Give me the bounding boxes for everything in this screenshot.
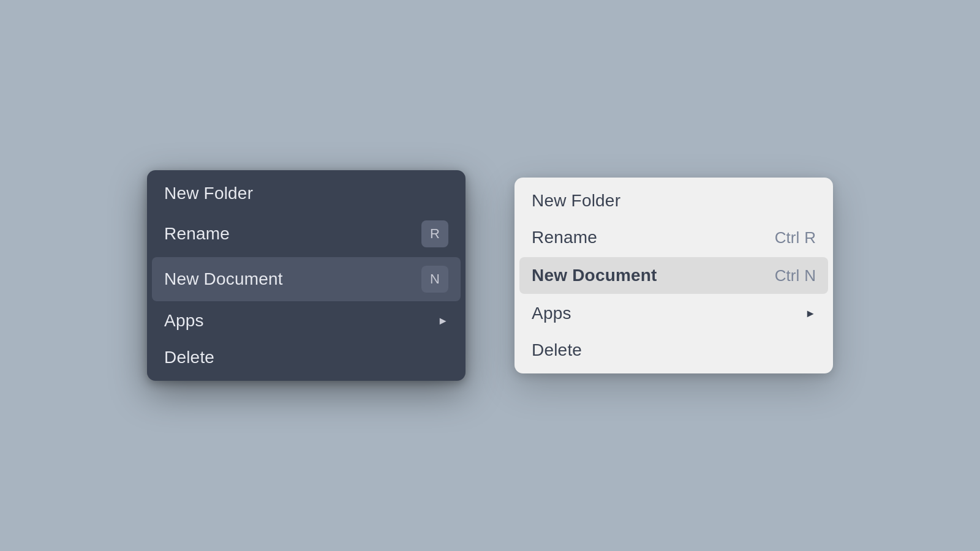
menu-item-new-folder-dark[interactable]: New Folder xyxy=(147,175,466,212)
new-document-label-dark: New Document xyxy=(164,269,283,289)
menu-item-new-folder-light[interactable]: New Folder xyxy=(514,182,833,219)
menu-item-new-document-light[interactable]: New Document Ctrl N xyxy=(519,257,828,294)
rename-shortcut-badge-dark: R xyxy=(421,220,448,247)
new-document-shortcut-light: Ctrl N xyxy=(775,266,816,285)
rename-shortcut-dark: R xyxy=(421,220,448,247)
rename-shortcut-key-light: R xyxy=(804,228,816,247)
apps-submenu-icon-light: ► xyxy=(805,307,816,320)
menu-item-delete-light[interactable]: Delete xyxy=(514,332,833,369)
delete-label-dark: Delete xyxy=(164,348,214,367)
new-document-shortcut-key-light: N xyxy=(804,266,816,285)
menu-item-rename-light[interactable]: Rename Ctrl R xyxy=(514,219,833,256)
menu-item-apps-dark[interactable]: Apps ► xyxy=(147,302,466,339)
menu-item-delete-dark[interactable]: Delete xyxy=(147,339,466,376)
apps-chevron-light: ► xyxy=(805,307,816,320)
new-document-shortcut-badge-dark: N xyxy=(421,266,448,293)
light-context-menu: New Folder Rename Ctrl R New Document Ct… xyxy=(514,178,833,373)
new-document-label-light: New Document xyxy=(532,266,657,285)
rename-shortcut-modifier-light: Ctrl xyxy=(775,228,799,247)
new-folder-label-dark: New Folder xyxy=(164,184,253,203)
dark-context-menu: New Folder Rename R New Document N Apps … xyxy=(147,170,466,381)
apps-submenu-icon-dark: ► xyxy=(437,315,448,328)
new-document-shortcut-modifier-light: Ctrl xyxy=(775,266,799,285)
menu-item-apps-light[interactable]: Apps ► xyxy=(514,295,833,332)
new-folder-label-light: New Folder xyxy=(532,191,620,211)
apps-label-light: Apps xyxy=(532,304,571,323)
delete-label-light: Delete xyxy=(532,340,582,360)
apps-chevron-dark: ► xyxy=(437,315,448,328)
rename-shortcut-light: Ctrl R xyxy=(775,228,816,247)
rename-label-light: Rename xyxy=(532,228,597,247)
apps-label-dark: Apps xyxy=(164,311,204,331)
menu-item-rename-dark[interactable]: Rename R xyxy=(147,212,466,256)
new-document-shortcut-dark: N xyxy=(421,266,448,293)
rename-label-dark: Rename xyxy=(164,224,230,244)
menu-item-new-document-dark[interactable]: New Document N xyxy=(152,257,461,301)
